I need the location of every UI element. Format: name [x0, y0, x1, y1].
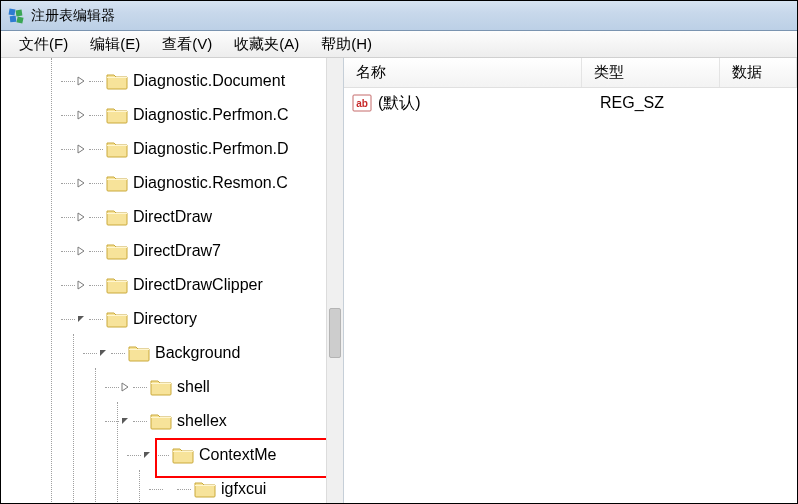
tree-label: DirectDraw7 — [133, 242, 221, 260]
window-title: 注册表编辑器 — [31, 7, 115, 25]
expand-icon[interactable] — [75, 75, 87, 87]
tree-label: ContextMe — [199, 446, 276, 464]
tree-item-n0[interactable]: Diagnostic.Document — [1, 64, 343, 98]
tree-item-n6[interactable]: DirectDrawClipper — [1, 268, 343, 302]
value-type: REG_SZ — [600, 94, 738, 112]
menu-file[interactable]: 文件(F) — [9, 33, 78, 56]
expand-icon[interactable] — [75, 177, 87, 189]
folder-icon — [171, 445, 195, 465]
tree-item-n11[interactable]: ContextMe — [1, 438, 343, 472]
tree-item-n12[interactable]: igfxcui — [1, 472, 343, 503]
tree-item-n5[interactable]: DirectDraw7 — [1, 234, 343, 268]
folder-icon — [105, 207, 129, 227]
folder-icon — [149, 411, 173, 431]
tree-item-n3[interactable]: Diagnostic.Resmon.C — [1, 166, 343, 200]
column-header-name[interactable]: 名称 — [344, 58, 582, 87]
svg-rect-2 — [10, 15, 17, 22]
expander-none — [163, 483, 175, 495]
menu-help[interactable]: 帮助(H) — [311, 33, 382, 56]
expand-icon[interactable] — [75, 109, 87, 121]
svg-rect-1 — [16, 9, 23, 16]
tree-label: Diagnostic.Perfmon.D — [133, 140, 289, 158]
tree-panel: Diagnostic.DocumentDiagnostic.Perfmon.CD… — [1, 58, 344, 503]
tree-label: Diagnostic.Resmon.C — [133, 174, 288, 192]
tree-item-n8[interactable]: Background — [1, 336, 343, 370]
tree-label: Diagnostic.Document — [133, 72, 285, 90]
expand-icon[interactable] — [119, 381, 131, 393]
svg-text:ab: ab — [356, 98, 368, 109]
collapse-icon[interactable] — [119, 415, 131, 427]
folder-icon — [149, 377, 173, 397]
expand-icon[interactable] — [75, 245, 87, 257]
tree-label: shell — [177, 378, 210, 396]
collapse-icon[interactable] — [141, 449, 153, 461]
tree-item-n1[interactable]: Diagnostic.Perfmon.C — [1, 98, 343, 132]
svg-rect-0 — [9, 8, 16, 15]
tree-item-n2[interactable]: Diagnostic.Perfmon.D — [1, 132, 343, 166]
folder-icon — [193, 479, 217, 499]
collapse-icon[interactable] — [75, 313, 87, 325]
tree-label: Background — [155, 344, 240, 362]
menu-favorites[interactable]: 收藏夹(A) — [224, 33, 309, 56]
folder-icon — [105, 139, 129, 159]
folder-icon — [105, 309, 129, 329]
tree-label: DirectDraw — [133, 208, 212, 226]
string-value-icon: ab — [352, 94, 372, 112]
tree-label: igfxcui — [221, 480, 266, 498]
svg-rect-3 — [16, 16, 23, 23]
value-name: (默认) — [378, 93, 600, 114]
tree-label: Directory — [133, 310, 197, 328]
tree-scrollbar[interactable] — [326, 58, 343, 503]
folder-icon — [105, 173, 129, 193]
column-header-data[interactable]: 数据 — [720, 58, 797, 87]
folder-icon — [105, 105, 129, 125]
folder-icon — [127, 343, 151, 363]
app-icon — [7, 7, 25, 25]
tree-label: DirectDrawClipper — [133, 276, 263, 294]
values-panel: 名称 类型 数据 ab (默认) REG_SZ — [344, 58, 797, 503]
expand-icon[interactable] — [75, 211, 87, 223]
menubar: 文件(F) 编辑(E) 查看(V) 收藏夹(A) 帮助(H) — [1, 31, 797, 58]
collapse-icon[interactable] — [97, 347, 109, 359]
tree-item-n10[interactable]: shellex — [1, 404, 343, 438]
expand-icon[interactable] — [75, 143, 87, 155]
folder-icon — [105, 275, 129, 295]
tree-label: shellex — [177, 412, 227, 430]
folder-icon — [105, 241, 129, 261]
tree-label: Diagnostic.Perfmon.C — [133, 106, 289, 124]
tree-item-n7[interactable]: Directory — [1, 302, 343, 336]
tree-item-n9[interactable]: shell — [1, 370, 343, 404]
column-header-type[interactable]: 类型 — [582, 58, 720, 87]
value-row[interactable]: ab (默认) REG_SZ — [344, 88, 797, 118]
scrollbar-thumb[interactable] — [329, 308, 341, 358]
folder-icon — [105, 71, 129, 91]
menu-view[interactable]: 查看(V) — [152, 33, 222, 56]
tree-item-n4[interactable]: DirectDraw — [1, 200, 343, 234]
menu-edit[interactable]: 编辑(E) — [80, 33, 150, 56]
expand-icon[interactable] — [75, 279, 87, 291]
